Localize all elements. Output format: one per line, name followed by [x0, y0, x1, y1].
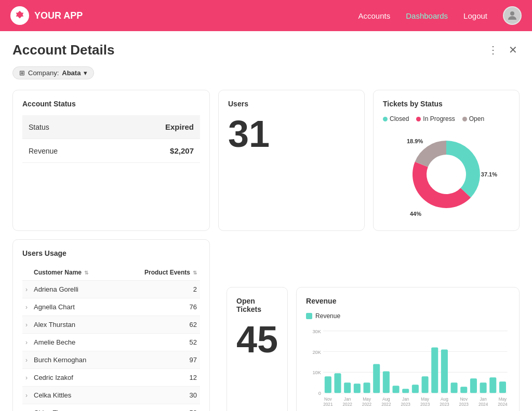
svg-rect-25 — [480, 382, 487, 393]
open-tickets-card: Open Tickets 45 — [227, 287, 288, 412]
svg-rect-21 — [441, 349, 448, 393]
usage-row: › Alex Thurstan 62 — [22, 316, 200, 334]
page-title: Account Details — [12, 42, 486, 58]
svg-rect-14 — [373, 364, 380, 393]
svg-text:2023: 2023 — [459, 402, 469, 407]
users-card: Users 31 — [218, 90, 365, 231]
customer-name: Alex Thurstan — [31, 316, 117, 334]
users-usage-title: Users Usage — [22, 249, 200, 257]
svg-point-0 — [510, 11, 514, 16]
status-row: Revenue$2,207 — [22, 139, 200, 163]
page-header: Account Details ⋮ ✕ — [12, 42, 520, 58]
main-nav: Accounts Dashboards Logout — [358, 6, 522, 25]
users-usage-card: Users Usage Customer Name ⇅ Product Even… — [12, 239, 210, 411]
expand-icon[interactable]: › — [22, 351, 31, 369]
status-value: Expired — [112, 115, 200, 139]
product-events: 52 — [117, 404, 200, 412]
svg-rect-10 — [335, 373, 341, 393]
svg-text:2022: 2022 — [381, 402, 391, 407]
open-tickets-count: 45 — [236, 321, 278, 358]
header: YOUR APP Accounts Dashboards Logout — [0, 0, 532, 31]
usage-row: › Adriena Gorelli 2 — [22, 281, 200, 298]
product-events-header[interactable]: Product Events ⇅ — [117, 265, 200, 281]
company-filter[interactable]: ⊞ Company: Abata ▾ — [12, 66, 94, 79]
avatar[interactable] — [503, 6, 522, 25]
svg-text:2024: 2024 — [498, 402, 508, 407]
svg-text:May: May — [499, 396, 507, 401]
product-events: 30 — [117, 387, 200, 404]
status-row: StatusExpired — [22, 115, 200, 139]
expand-icon[interactable]: › — [22, 316, 31, 334]
svg-text:2023: 2023 — [420, 402, 430, 407]
svg-rect-11 — [344, 382, 351, 393]
tickets-card: Tickets by Status ClosedIn ProgressOpen … — [373, 90, 520, 231]
revenue-legend-dot — [306, 313, 312, 319]
bar-chart: 010K20K30KNov2021Jan2022May2022Aug2022Ja… — [306, 325, 510, 412]
svg-text:2024: 2024 — [478, 402, 488, 407]
usage-row: › Amelie Beche 52 — [22, 334, 200, 351]
more-options-button[interactable]: ⋮ — [486, 42, 500, 58]
status-label: Revenue — [22, 139, 112, 163]
legend-item: Open — [462, 115, 484, 122]
customer-name: Adriena Gorelli — [31, 281, 117, 298]
customer-name: Amelie Beche — [31, 334, 117, 351]
donut-label-open: 18.9% — [407, 138, 423, 144]
donut-label-closed: 37.1% — [481, 171, 497, 177]
usage-row: › Burch Kernoghan 97 — [22, 351, 200, 369]
status-label: Status — [22, 115, 112, 139]
usage-row: › Celka Kittles 30 — [22, 387, 200, 404]
users-title: Users — [228, 100, 355, 108]
svg-text:Nov: Nov — [324, 396, 332, 401]
svg-text:2021: 2021 — [323, 402, 333, 407]
nav-logout[interactable]: Logout — [463, 11, 487, 20]
legend-dot — [462, 117, 467, 121]
customer-name: Burch Kernoghan — [31, 351, 117, 369]
filter-value: Abata — [62, 69, 81, 77]
status-table: StatusExpiredRevenue$2,207 — [22, 115, 200, 163]
sort-icon-events: ⇅ — [193, 270, 197, 276]
svg-text:Jan: Jan — [402, 396, 409, 401]
expand-icon[interactable]: › — [22, 404, 31, 412]
svg-rect-20 — [431, 347, 438, 393]
svg-text:20K: 20K — [312, 349, 321, 354]
revenue-legend-label: Revenue — [315, 312, 340, 320]
svg-rect-9 — [325, 376, 331, 393]
expand-icon[interactable]: › — [22, 298, 31, 316]
product-events: 2 — [117, 281, 200, 298]
svg-text:May: May — [363, 396, 371, 401]
close-button[interactable]: ✕ — [507, 42, 520, 58]
legend-dot — [416, 117, 421, 121]
expand-icon[interactable]: › — [22, 281, 31, 298]
expand-icon[interactable]: › — [22, 369, 31, 387]
svg-text:2023: 2023 — [440, 402, 449, 407]
app-logo: YOUR APP — [10, 6, 358, 25]
account-status-title: Account Status — [22, 100, 200, 108]
dashboard-grid: Account Status StatusExpiredRevenue$2,20… — [12, 90, 520, 411]
nav-dashboards[interactable]: Dashboards — [406, 11, 448, 20]
expand-icon[interactable]: › — [22, 387, 31, 404]
customer-name-header[interactable]: Customer Name ⇅ — [31, 265, 117, 281]
tickets-title: Tickets by Status — [383, 100, 510, 108]
svg-text:2023: 2023 — [401, 402, 411, 407]
product-events: 52 — [117, 334, 200, 351]
customer-name: Agnella Chart — [31, 298, 117, 316]
svg-text:Jan: Jan — [344, 396, 351, 401]
legend-dot — [383, 117, 388, 121]
nav-accounts[interactable]: Accounts — [358, 11, 391, 20]
bottom-row: Open Tickets 45 Revenue Revenue 010K20K3… — [218, 239, 520, 411]
filter-label: Company: — [28, 69, 59, 77]
svg-text:2022: 2022 — [343, 402, 353, 407]
svg-text:Jan: Jan — [480, 396, 487, 401]
svg-rect-26 — [489, 377, 496, 393]
svg-text:10K: 10K — [312, 370, 321, 375]
legend-label: Open — [469, 115, 484, 122]
product-events: 97 — [117, 351, 200, 369]
customer-name: Cedric Izakof — [31, 369, 117, 387]
filter-icon: ⊞ — [19, 69, 25, 77]
svg-rect-13 — [364, 382, 370, 393]
expand-icon[interactable]: › — [22, 334, 31, 351]
donut-chart: 37.1% 44% 18.9% — [400, 128, 493, 221]
legend-item: In Progress — [416, 115, 455, 122]
svg-rect-15 — [383, 371, 390, 393]
svg-rect-16 — [393, 386, 400, 393]
